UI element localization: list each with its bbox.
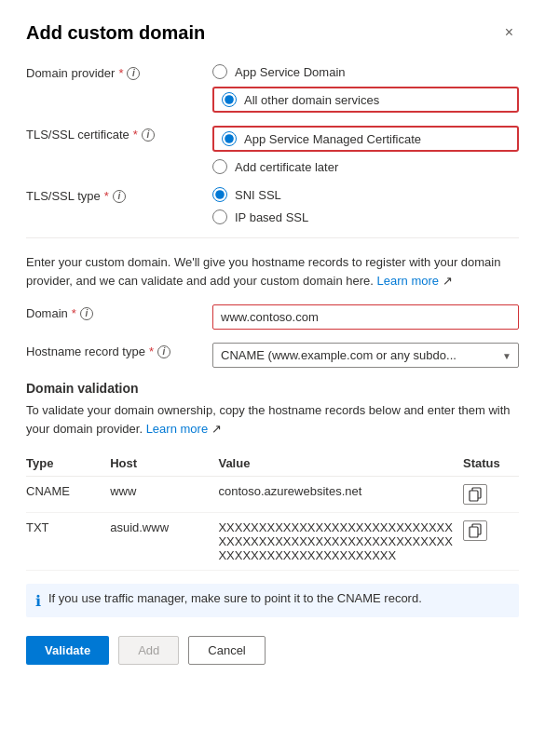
add-button: Add — [118, 636, 179, 665]
row-2-type: TXT — [26, 513, 110, 571]
ip-ssl-radio[interactable] — [212, 209, 227, 224]
divider-1 — [26, 237, 519, 238]
row-1-copy — [463, 477, 519, 513]
hostname-record-row: Hostname record type * i CNAME (www.exam… — [26, 343, 519, 368]
cancel-button[interactable]: Cancel — [188, 636, 265, 665]
ip-ssl-label: IP based SSL — [235, 210, 308, 224]
ip-ssl-option[interactable]: IP based SSL — [212, 209, 519, 224]
col-value: Value — [218, 451, 463, 477]
col-host: Host — [110, 451, 218, 477]
domain-field-row: Domain * i — [26, 304, 519, 330]
add-cert-later-label: Add certificate later — [235, 160, 338, 174]
domain-validation-title: Domain validation — [26, 381, 519, 396]
domain-field-controls — [212, 304, 519, 330]
tls-certificate-label: TLS/SSL certificate * i — [26, 126, 212, 142]
sni-ssl-label: SNI SSL — [235, 188, 281, 202]
domain-input[interactable] — [212, 304, 519, 330]
tls-certificate-controls: App Service Managed Certificate Add cert… — [212, 126, 519, 174]
hostname-record-controls: CNAME (www.example.com or any subdo... A… — [212, 343, 519, 368]
tls-certificate-info-icon[interactable]: i — [142, 128, 155, 142]
learn-more-link-1[interactable]: Learn more — [377, 274, 439, 288]
domain-field-info-icon[interactable]: i — [80, 307, 93, 320]
sni-ssl-option[interactable]: SNI SSL — [212, 187, 519, 202]
all-other-domain-option[interactable]: All other domain services — [222, 92, 379, 107]
domain-validation-section: Domain validation To validate your domai… — [26, 381, 519, 571]
notice-block: ℹ If you use traffic manager, make sure … — [26, 584, 519, 617]
dialog-title: Add custom domain — [26, 22, 205, 44]
dialog-header: Add custom domain × — [26, 22, 519, 44]
row-2-copy — [463, 513, 519, 571]
col-type: Type — [26, 451, 110, 477]
copy-button-2[interactable] — [463, 520, 487, 541]
domain-provider-label: Domain provider * i — [26, 64, 212, 80]
copy-button-1[interactable] — [463, 484, 487, 505]
app-service-managed-option[interactable]: App Service Managed Certificate — [222, 131, 421, 146]
row-1-host: www — [110, 477, 218, 513]
tls-certificate-row: TLS/SSL certificate * i App Service Mana… — [26, 126, 519, 174]
add-custom-domain-dialog: Add custom domain × Domain provider * i … — [0, 0, 545, 756]
all-other-domain-highlighted: All other domain services — [212, 87, 519, 113]
validate-button[interactable]: Validate — [26, 636, 109, 665]
app-service-domain-option[interactable]: App Service Domain — [212, 64, 519, 79]
hostname-record-label: Hostname record type * i — [26, 343, 212, 358]
svg-rect-3 — [470, 527, 478, 537]
hostname-record-info-icon[interactable]: i — [157, 345, 170, 358]
domain-validation-desc: To validate your domain ownership, copy … — [26, 401, 519, 438]
hostname-record-select[interactable]: CNAME (www.example.com or any subdo... A… — [212, 343, 519, 368]
svg-rect-1 — [470, 491, 478, 501]
row-1-type: CNAME — [26, 477, 110, 513]
col-status: Status — [463, 451, 519, 477]
info-circle-icon: ℹ — [35, 592, 41, 610]
hostname-record-select-wrapper: CNAME (www.example.com or any subdo... A… — [212, 343, 519, 368]
info-text-block: Enter your custom domain. We'll give you… — [26, 253, 519, 290]
notice-text: If you use traffic manager, make sure to… — [48, 591, 422, 605]
all-other-domain-label: All other domain services — [244, 93, 379, 107]
row-1-value: contoso.azurewebsites.net — [218, 477, 463, 513]
copy-icon-2 — [468, 523, 483, 538]
learn-more-link-2[interactable]: Learn more — [146, 422, 208, 436]
sni-ssl-radio[interactable] — [212, 187, 227, 202]
row-2-host: asuid.www — [110, 513, 218, 571]
app-service-managed-highlighted: App Service Managed Certificate — [212, 126, 519, 152]
app-service-domain-label: App Service Domain — [235, 65, 346, 79]
tls-type-row: TLS/SSL type * i SNI SSL IP based SSL — [26, 187, 519, 224]
table-body: CNAME www contoso.azurewebsites.net — [26, 477, 519, 571]
domain-validation-table: Type Host Value Status CNAME www contoso… — [26, 451, 519, 571]
table-row: CNAME www contoso.azurewebsites.net — [26, 477, 519, 513]
add-cert-later-radio[interactable] — [212, 159, 227, 174]
app-service-managed-label: App Service Managed Certificate — [244, 132, 421, 146]
table-header: Type Host Value Status — [26, 451, 519, 477]
tls-type-controls: SNI SSL IP based SSL — [212, 187, 519, 224]
tls-type-info-icon[interactable]: i — [113, 190, 126, 203]
domain-field-label: Domain * i — [26, 304, 212, 320]
app-service-domain-radio[interactable] — [212, 64, 227, 79]
add-cert-later-option[interactable]: Add certificate later — [212, 159, 519, 174]
all-other-domain-radio[interactable] — [222, 92, 237, 107]
table-row: TXT asuid.www XXXXXXXXXXXXXXXXXXXXXXXXXX… — [26, 513, 519, 571]
domain-provider-controls: App Service Domain All other domain serv… — [212, 64, 519, 113]
domain-provider-row: Domain provider * i App Service Domain A… — [26, 64, 519, 113]
copy-icon-1 — [468, 487, 483, 502]
row-2-value: XXXXXXXXXXXXXXXXXXXXXXXXXXXXXXXXXXXXXXXX… — [218, 513, 463, 571]
app-service-managed-radio[interactable] — [222, 131, 237, 146]
footer-buttons: Validate Add Cancel — [26, 636, 519, 665]
tls-type-label: TLS/SSL type * i — [26, 187, 212, 203]
close-button[interactable]: × — [499, 22, 519, 43]
domain-provider-info-icon[interactable]: i — [127, 67, 140, 80]
